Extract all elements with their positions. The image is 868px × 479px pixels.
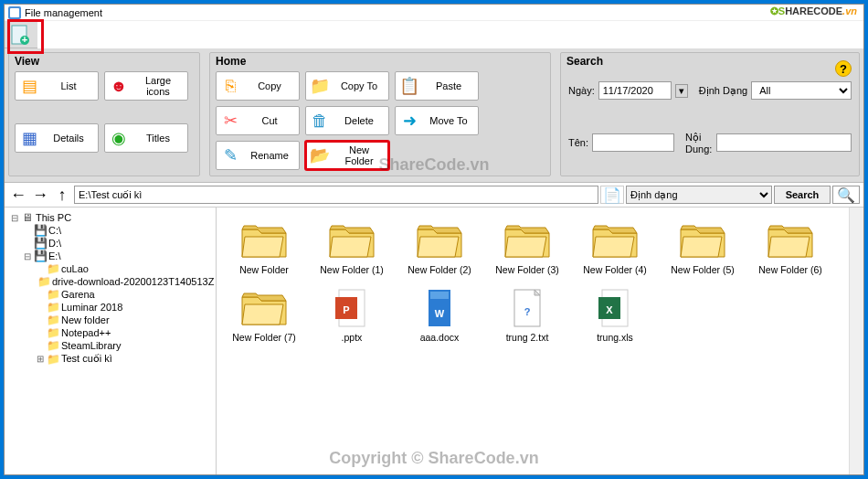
- file-item[interactable]: .pptx: [312, 284, 392, 345]
- folder-icon: [765, 218, 816, 262]
- paste-button[interactable]: 📋Paste: [395, 71, 479, 101]
- name-input[interactable]: [592, 133, 674, 152]
- tree-folder-label: SteamLibrary: [61, 340, 121, 351]
- tree-folder-item[interactable]: 📁New folder: [36, 314, 212, 326]
- folder-icon: [238, 218, 290, 262]
- help-button[interactable]: ?: [835, 60, 852, 77]
- file-item[interactable]: New Folder (6): [750, 217, 831, 277]
- file-item[interactable]: New Folder (5): [662, 217, 743, 277]
- copy-icon: ⎘: [220, 76, 240, 96]
- folder-icon: 📁: [47, 289, 59, 300]
- list-button[interactable]: ▤List: [15, 71, 99, 101]
- tree-folder-item[interactable]: 📁Notepad++: [36, 326, 212, 339]
- address-type-select[interactable]: Định dạng: [626, 186, 772, 204]
- tree-folder-label: Luminar 2018: [61, 302, 122, 313]
- format-select[interactable]: All: [751, 81, 852, 100]
- tree-folder-label: New folder: [61, 314, 110, 325]
- ribbon-group-view: View ▤List ☻Large icons ▦Details ◉Titles: [8, 52, 200, 176]
- scrollbar[interactable]: [849, 208, 863, 474]
- tree-drive-item[interactable]: 💾C:\: [23, 224, 212, 237]
- tree-folder-item[interactable]: ⊞📁Test cuối kì: [36, 352, 212, 366]
- tree-folder-label: Notepad++: [61, 327, 111, 338]
- tree-folder-label: cuLao: [61, 263, 89, 274]
- tree-root-item[interactable]: ⊟🖥This PC: [10, 211, 212, 224]
- folder-icon: [326, 218, 377, 262]
- ribbon-view-label: View: [15, 55, 39, 68]
- copy-to-button[interactable]: 📁Copy To: [305, 71, 389, 101]
- content-input[interactable]: [716, 133, 852, 152]
- addressbar: ← → ↑ 📄 Định dạng Search 🔍: [5, 183, 863, 208]
- docx-icon: [414, 286, 465, 330]
- folder-icon: [677, 218, 728, 262]
- date-input[interactable]: [598, 81, 672, 100]
- file-label: New Folder (7): [232, 332, 295, 343]
- drive-icon: 💾: [34, 250, 47, 261]
- file-label: New Folder (3): [495, 264, 558, 275]
- xls-icon: [589, 286, 640, 330]
- tree-drive-label: C:\: [48, 225, 61, 236]
- tree-folder-item[interactable]: 📁cuLao: [36, 262, 212, 275]
- move-to-button[interactable]: ➜Move To: [395, 106, 479, 135]
- folder-icon: 📁: [47, 327, 59, 338]
- file-item[interactable]: trung.xls: [575, 284, 655, 345]
- format-label: Định Dạng: [699, 85, 747, 97]
- search-icon[interactable]: 🔍: [832, 186, 860, 204]
- back-button[interactable]: ←: [8, 185, 28, 205]
- large-icons-button[interactable]: ☻Large icons: [104, 71, 188, 101]
- delete-button[interactable]: 🗑Delete: [305, 106, 389, 135]
- date-label: Ngày:: [568, 85, 595, 96]
- tree-view[interactable]: ⊟🖥This PC💾C:\💾D:\⊟💾E:\📁cuLao📁drive-downl…: [5, 208, 217, 474]
- cut-button[interactable]: ✂Cut: [216, 106, 300, 135]
- rename-icon: ✎: [220, 145, 240, 165]
- address-input[interactable]: [74, 186, 598, 204]
- tree-drive-item[interactable]: ⊟💾E:\: [23, 250, 212, 262]
- address-search-button[interactable]: Search: [774, 186, 831, 204]
- date-picker-icon[interactable]: ▾: [675, 84, 688, 98]
- file-label: New Folder (2): [408, 264, 471, 275]
- file-label: trung 2.txt: [506, 332, 549, 343]
- file-item[interactable]: New Folder (1): [312, 217, 392, 277]
- drive-icon: 💾: [34, 238, 47, 249]
- file-item[interactable]: aaa.docx: [399, 284, 480, 345]
- titles-button[interactable]: ◉Titles: [104, 123, 188, 153]
- up-button[interactable]: ↑: [52, 185, 72, 205]
- new-folder-button[interactable]: 📂New Folder: [305, 141, 389, 170]
- txt-icon: [502, 286, 553, 330]
- tree-root-label: This PC: [36, 212, 71, 223]
- folder-icon: [238, 286, 290, 330]
- file-item[interactable]: New Folder (2): [399, 217, 480, 277]
- tree-folder-label: drive-download-20200123T140513Z: [52, 276, 214, 287]
- tree-folder-item[interactable]: 📁drive-download-20200123T140513Z: [36, 275, 212, 288]
- tree-folder-label: Garena: [61, 289, 95, 300]
- file-item[interactable]: New Folder (3): [487, 217, 567, 277]
- file-list[interactable]: New FolderNew Folder (1)New Folder (2)Ne…: [217, 208, 849, 474]
- folder-icon: 📁: [37, 276, 50, 287]
- address-type-icon: 📄: [600, 186, 624, 204]
- content-label: Nội Dung:: [685, 132, 713, 154]
- file-label: aaa.docx: [420, 332, 460, 343]
- tree-folder-item[interactable]: 📁Garena: [36, 288, 212, 301]
- tree-drive-label: E:\: [48, 250, 60, 261]
- titles-icon: ◉: [109, 128, 129, 148]
- file-item[interactable]: New Folder (7): [224, 284, 304, 345]
- tree-folder-item[interactable]: 📁SteamLibrary: [36, 339, 212, 352]
- svg-text:+: +: [22, 34, 27, 45]
- file-item[interactable]: trung 2.txt: [487, 284, 567, 345]
- file-label: New Folder (5): [671, 264, 734, 275]
- file-item[interactable]: New Folder: [224, 217, 304, 277]
- tree-folder-item[interactable]: 📁Luminar 2018: [36, 301, 212, 314]
- sharecode-logo: ✪SHARECODE.vn: [770, 0, 857, 19]
- details-button[interactable]: ▦Details: [15, 123, 99, 153]
- list-icon: ▤: [19, 76, 39, 96]
- delete-icon: 🗑: [310, 111, 330, 131]
- new-file-icon[interactable]: +: [10, 24, 32, 46]
- new-folder-icon: 📂: [310, 145, 330, 165]
- file-item[interactable]: New Folder (4): [575, 217, 655, 277]
- pc-icon: 🖥: [21, 212, 34, 223]
- copy-button[interactable]: ⎘Copy: [216, 71, 300, 101]
- pptx-icon: [326, 286, 377, 330]
- tree-drive-item[interactable]: 💾D:\: [23, 237, 212, 250]
- rename-button[interactable]: ✎Rename: [216, 141, 300, 170]
- forward-button[interactable]: →: [30, 185, 50, 205]
- ribbon-home-label: Home: [216, 55, 246, 68]
